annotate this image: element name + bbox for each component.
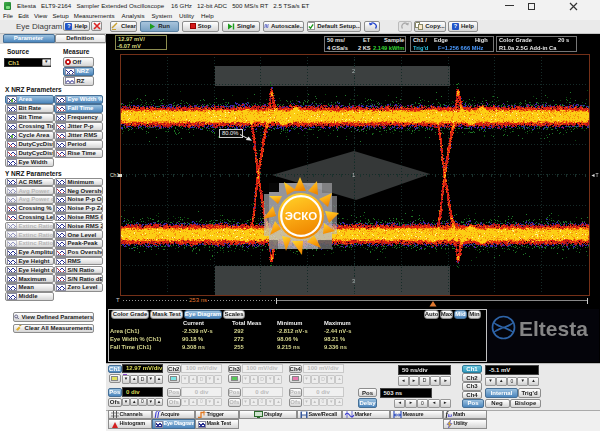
svg-text:ЭСКО: ЭСКО — [285, 210, 318, 222]
